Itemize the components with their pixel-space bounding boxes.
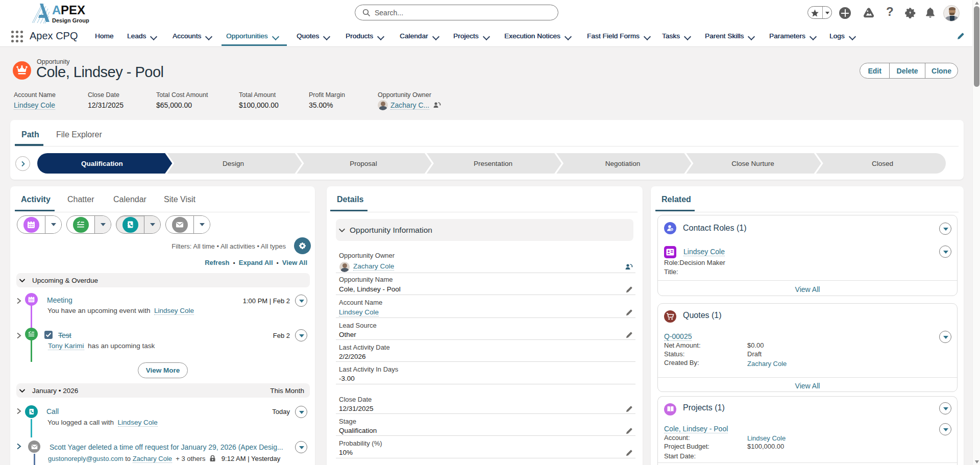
svg-text:Closed: Closed xyxy=(872,160,893,167)
svg-text:A: A xyxy=(52,3,61,17)
svg-text:Presentation: Presentation xyxy=(474,160,512,167)
svg-text:Close Nurture: Close Nurture xyxy=(731,160,774,167)
svg-text:PEX: PEX xyxy=(61,3,85,17)
svg-text:Qualification: Qualification xyxy=(81,160,123,167)
svg-text:Negotiation: Negotiation xyxy=(605,160,640,167)
svg-text:Proposal: Proposal xyxy=(350,160,377,167)
svg-text:Design: Design xyxy=(223,160,244,167)
svg-text:Design Group: Design Group xyxy=(52,17,89,23)
